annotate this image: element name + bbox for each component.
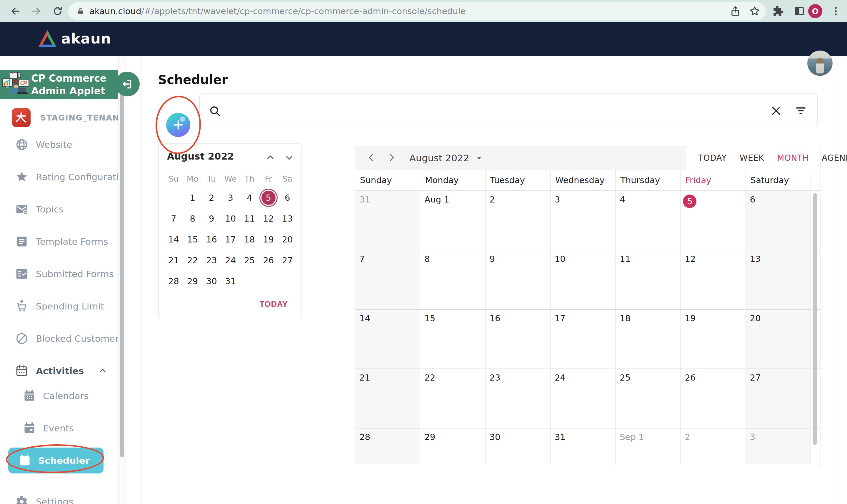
mini-day-27[interactable]: 27 (278, 250, 297, 271)
mini-day-5[interactable]: 5 (259, 187, 278, 208)
calendar-cell-sep-1[interactable]: Sep 1 (616, 429, 680, 464)
bookmark-star-icon[interactable] (746, 2, 763, 20)
sidebar-item-blocked-customers[interactable]: Blocked Customers (0, 322, 118, 355)
sidebar-item-scheduler[interactable]: Scheduler (8, 448, 104, 473)
mini-day-30[interactable]: 30 (202, 271, 221, 291)
mini-day-29[interactable]: 29 (183, 271, 202, 291)
browser-back-icon[interactable] (6, 2, 24, 20)
view-button-month[interactable]: MONTH (777, 153, 809, 163)
mini-day-8[interactable]: 8 (183, 208, 202, 229)
mini-day-2[interactable]: 2 (202, 187, 221, 208)
mini-day-11[interactable]: 11 (240, 208, 259, 229)
mini-day-7[interactable]: 7 (164, 208, 183, 229)
mini-day-4[interactable]: 4 (240, 187, 259, 208)
calendar-cell-9[interactable]: 9 (486, 250, 551, 309)
calendar-cell-20[interactable]: 20 (746, 310, 811, 368)
mini-day-21[interactable]: 21 (164, 250, 183, 271)
calendar-cell-7[interactable]: 7 (355, 250, 420, 309)
clear-search-icon[interactable] (770, 105, 783, 118)
calendar-cell-29[interactable]: 29 (420, 429, 485, 464)
calendar-cell-27[interactable]: 27 (746, 369, 811, 428)
mini-day-16[interactable]: 16 (202, 229, 221, 250)
user-avatar[interactable] (807, 51, 833, 76)
calendar-cell-21[interactable]: 21 (355, 369, 420, 428)
browser-profile-avatar[interactable]: O (808, 4, 822, 18)
sidebar-item-website[interactable]: Website (0, 128, 118, 161)
sidebar-item-topics[interactable]: Topics (0, 193, 118, 226)
browser-menu-kebab-icon[interactable] (827, 2, 845, 20)
akaun-logo[interactable]: akaun (38, 30, 111, 48)
browser-forward-icon[interactable] (28, 2, 45, 20)
calendar-cell-4[interactable]: 4 (616, 191, 680, 250)
filter-icon[interactable] (794, 105, 807, 118)
mini-day-12[interactable]: 12 (259, 208, 278, 229)
sidebar-collapse-button[interactable] (115, 72, 140, 96)
view-button-agenda[interactable]: AGENDA (822, 153, 847, 163)
mini-day-3[interactable]: 3 (221, 187, 240, 208)
sidebar-item-submitted-forms[interactable]: Submitted Forms (0, 258, 118, 290)
calendar-scrollbar-thumb[interactable] (813, 193, 817, 445)
mini-calendar-today-button[interactable]: TODAY (259, 300, 288, 309)
calendar-cell-12[interactable]: 12 (680, 250, 745, 309)
add-button[interactable] (166, 113, 190, 137)
mini-day-13[interactable]: 13 (278, 208, 297, 229)
calendar-cell-18[interactable]: 18 (616, 310, 680, 368)
calendar-cell-3[interactable]: 3 (746, 429, 811, 464)
calendar-cell-8[interactable]: 8 (420, 250, 485, 309)
mini-day-23[interactable]: 23 (202, 250, 221, 271)
calendar-cell-31[interactable]: 31 (551, 429, 616, 464)
calendar-cell-2[interactable]: 2 (680, 429, 745, 464)
calendar-cell-6[interactable]: 6 (746, 191, 811, 250)
mini-day-19[interactable]: 19 (259, 229, 278, 250)
calendar-cell-24[interactable]: 24 (551, 369, 616, 428)
sidebar-item-events[interactable]: Events (0, 412, 118, 444)
search-input[interactable] (227, 96, 757, 124)
sidebar-scrollbar-thumb[interactable] (120, 72, 124, 457)
address-bar[interactable]: akaun.cloud/#/applets/tnt/wavelet/cp-com… (68, 2, 766, 20)
calendar-cell-3[interactable]: 3 (551, 191, 616, 250)
calendar-cell-26[interactable]: 26 (680, 369, 745, 428)
mini-day-28[interactable]: 28 (164, 271, 183, 291)
mini-day-25[interactable]: 25 (240, 250, 259, 271)
mini-day-26[interactable]: 26 (259, 250, 278, 271)
browser-refresh-icon[interactable] (49, 2, 67, 20)
view-button-week[interactable]: WEEK (740, 153, 764, 163)
calendar-cell-31[interactable]: 31 (355, 191, 420, 250)
calendar-cell-16[interactable]: 16 (486, 310, 551, 368)
calendar-cell-22[interactable]: 22 (420, 369, 485, 428)
sidebar-item-spending-limit[interactable]: Spending Limit (0, 290, 118, 322)
chevron-up-icon[interactable] (98, 366, 108, 376)
calendar-cell-28[interactable]: 28 (355, 429, 420, 464)
mini-day-10[interactable]: 10 (221, 208, 240, 229)
share-icon[interactable] (726, 2, 744, 20)
mini-day-24[interactable]: 24 (221, 250, 240, 271)
mini-day-22[interactable]: 22 (183, 250, 202, 271)
mini-day-17[interactable]: 17 (221, 229, 240, 250)
mini-day-15[interactable]: 15 (183, 229, 202, 250)
extensions-puzzle-icon[interactable] (770, 2, 787, 20)
mini-day-31[interactable]: 31 (221, 271, 240, 291)
calendar-cell-2[interactable]: 2 (486, 191, 551, 250)
view-button-today[interactable]: TODAY (698, 153, 727, 163)
calendar-cell-25[interactable]: 25 (616, 369, 680, 428)
calendar-cell-17[interactable]: 17 (551, 310, 616, 368)
calendar-prev-icon[interactable] (365, 152, 378, 164)
applet-header[interactable]: CP Commerce Admin Applet (0, 70, 118, 99)
calendar-cell-aug-1[interactable]: Aug 1 (420, 191, 485, 250)
mini-day-6[interactable]: 6 (278, 187, 297, 208)
calendar-cell-19[interactable]: 19 (680, 310, 745, 368)
tenant-row[interactable]: STAGING_TENANT (0, 108, 118, 127)
calendar-month-dropdown[interactable]: August 2022 (409, 152, 484, 164)
mini-day-20[interactable]: 20 (278, 229, 297, 250)
mini-calendar-up-icon[interactable] (264, 152, 276, 164)
calendar-cell-14[interactable]: 14 (355, 310, 420, 368)
calendar-cell-5[interactable]: 5 (680, 191, 745, 250)
mini-calendar-down-icon[interactable] (283, 152, 295, 164)
calendar-cell-15[interactable]: 15 (420, 310, 485, 368)
sidebar-item-calendars[interactable]: Calendars (0, 380, 118, 412)
mini-day-9[interactable]: 9 (202, 208, 221, 229)
calendar-cell-13[interactable]: 13 (746, 250, 811, 309)
side-panel-icon[interactable] (791, 2, 808, 20)
mini-day-18[interactable]: 18 (240, 229, 259, 250)
calendar-cell-23[interactable]: 23 (486, 369, 551, 428)
